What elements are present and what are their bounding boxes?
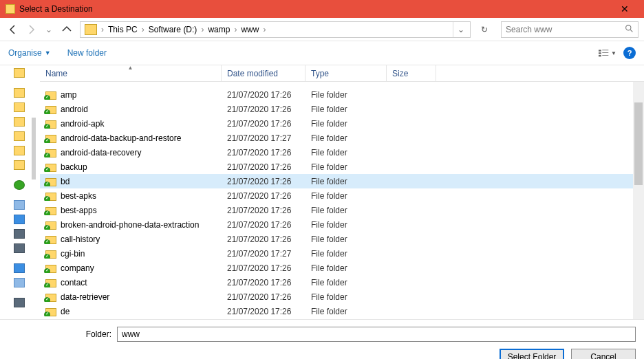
file-name: backup xyxy=(61,162,87,172)
close-button[interactable]: ✕ xyxy=(611,0,638,18)
view-button[interactable]: ▼ xyxy=(599,45,616,61)
table-row[interactable]: android21/07/2020 17:26File folder xyxy=(40,102,644,116)
nav-tree[interactable] xyxy=(0,65,40,319)
breadcrumb[interactable]: www xyxy=(238,22,261,37)
table-row[interactable]: best-apks21/07/2020 17:26File folder xyxy=(40,188,644,203)
folder-icon xyxy=(45,220,56,230)
titlebar: Select a Destination ✕ xyxy=(0,0,644,18)
file-date: 21/07/2020 17:27 xyxy=(222,133,305,143)
svg-rect-2 xyxy=(599,50,601,51)
folder-icon xyxy=(14,102,25,112)
file-type: File folder xyxy=(305,162,387,172)
forward-button[interactable] xyxy=(23,22,39,37)
table-row[interactable]: call-history21/07/2020 17:26File folder xyxy=(40,232,644,246)
table-row[interactable]: backup21/07/2020 17:26File folder xyxy=(40,160,644,174)
table-row[interactable]: android-data-backup-and-restore21/07/202… xyxy=(40,131,644,145)
file-type: File folder xyxy=(305,263,387,273)
table-row[interactable]: cgi-bin21/07/2020 17:27File folder xyxy=(40,246,644,261)
table-row[interactable]: company21/07/2020 17:26File folder xyxy=(40,261,644,275)
linux-icon xyxy=(14,298,25,307)
file-type: File folder xyxy=(305,235,387,244)
table-row[interactable]: best-apps21/07/2020 17:26File folder xyxy=(40,203,644,217)
file-name: android-apk xyxy=(61,119,104,129)
file-name: best-apks xyxy=(61,191,96,201)
table-row[interactable]: contact21/07/2020 17:26File folder xyxy=(40,275,644,290)
folder-icon xyxy=(14,68,25,78)
chevron-right-icon[interactable]: › xyxy=(200,25,205,34)
file-date: 21/07/2020 17:26 xyxy=(222,206,305,215)
chevron-right-icon[interactable]: › xyxy=(233,25,238,34)
folder-icon xyxy=(45,235,56,244)
file-name: best-apps xyxy=(61,206,97,215)
up-button[interactable] xyxy=(59,22,74,37)
folder-icon xyxy=(45,133,56,143)
select-folder-button[interactable]: Select Folder xyxy=(500,349,564,359)
recent-dropdown[interactable]: ⌄ xyxy=(41,22,56,37)
file-date: 21/07/2020 17:26 xyxy=(222,263,305,273)
breadcrumb[interactable]: This PC xyxy=(105,22,140,37)
folder-icon xyxy=(45,162,56,172)
file-type: File folder xyxy=(305,278,387,287)
folder-icon xyxy=(14,117,25,127)
column-name[interactable]: Name ▲ xyxy=(40,65,222,81)
file-type: File folder xyxy=(305,307,387,316)
folder-input[interactable] xyxy=(117,327,636,342)
column-date[interactable]: Date modified xyxy=(222,65,305,81)
folder-icon xyxy=(45,249,56,259)
file-type: File folder xyxy=(305,148,387,157)
folder-icon xyxy=(45,90,56,100)
column-type[interactable]: Type xyxy=(305,65,387,81)
file-type: File folder xyxy=(305,220,387,230)
search-placeholder: Search www xyxy=(506,25,552,34)
table-row[interactable]: android-data-recovery21/07/2020 17:26Fil… xyxy=(40,145,644,160)
help-button[interactable]: ? xyxy=(623,47,636,59)
file-name: android-data-backup-and-restore xyxy=(61,133,181,143)
search-input[interactable]: Search www xyxy=(501,21,638,38)
chevron-right-icon[interactable]: › xyxy=(100,25,105,34)
tree-scrollbar[interactable] xyxy=(32,118,36,180)
table-row[interactable]: data-retriever21/07/2020 17:26File folde… xyxy=(40,290,644,304)
table-row[interactable]: amp21/07/2020 17:26File folder xyxy=(40,87,644,102)
file-rows: amp21/07/2020 17:26File folderandroid21/… xyxy=(40,82,644,319)
chevron-right-icon[interactable]: › xyxy=(261,25,267,34)
scrollbar[interactable] xyxy=(633,82,644,319)
address-bar[interactable]: › This PC › Software (D:) › wamp › www ›… xyxy=(80,21,471,38)
address-dropdown[interactable]: ⌄ xyxy=(453,22,469,37)
table-row[interactable]: de21/07/2020 17:26File folder xyxy=(40,304,644,318)
chevron-right-icon[interactable]: › xyxy=(140,25,146,34)
toolbar: Organise ▼ New folder ▼ ? xyxy=(0,41,644,65)
folder-icon xyxy=(45,263,56,273)
organise-button[interactable]: Organise ▼ xyxy=(8,48,51,58)
file-date: 21/07/2020 17:27 xyxy=(222,249,305,259)
column-size[interactable]: Size xyxy=(387,65,436,81)
file-type: File folder xyxy=(305,206,387,215)
table-row[interactable]: bd21/07/2020 17:26File folder xyxy=(40,174,644,188)
back-button[interactable] xyxy=(6,22,21,37)
table-row[interactable]: android-apk21/07/2020 17:26File folder xyxy=(40,116,644,131)
folder-icon xyxy=(14,88,25,98)
breadcrumb[interactable]: wamp xyxy=(205,22,233,37)
table-row[interactable]: broken-android-phone-data-extraction21/0… xyxy=(40,217,644,232)
svg-line-1 xyxy=(630,30,632,32)
file-date: 21/07/2020 17:26 xyxy=(222,119,305,129)
file-type: File folder xyxy=(305,249,387,259)
file-name: bd xyxy=(61,177,69,186)
file-date: 21/07/2020 17:26 xyxy=(222,191,305,201)
navbar: ⌄ › This PC › Software (D:) › wamp › www… xyxy=(0,18,644,41)
new-folder-button[interactable]: New folder xyxy=(67,48,107,58)
file-date: 21/07/2020 17:26 xyxy=(222,235,305,244)
folder-icon xyxy=(45,278,56,287)
refresh-button[interactable]: ↻ xyxy=(476,21,493,38)
folder-icon xyxy=(45,307,56,316)
folder-icon xyxy=(45,292,56,302)
file-date: 21/07/2020 17:26 xyxy=(222,307,305,316)
cancel-button[interactable]: Cancel xyxy=(571,349,636,359)
sort-asc-icon: ▲ xyxy=(128,65,133,71)
file-date: 21/07/2020 17:26 xyxy=(222,278,305,287)
svg-rect-7 xyxy=(602,55,608,56)
scrollbar-thumb[interactable] xyxy=(634,102,643,185)
svg-point-0 xyxy=(626,25,631,30)
file-type: File folder xyxy=(305,133,387,143)
breadcrumb[interactable]: Software (D:) xyxy=(146,22,200,37)
file-date: 21/07/2020 17:26 xyxy=(222,162,305,172)
